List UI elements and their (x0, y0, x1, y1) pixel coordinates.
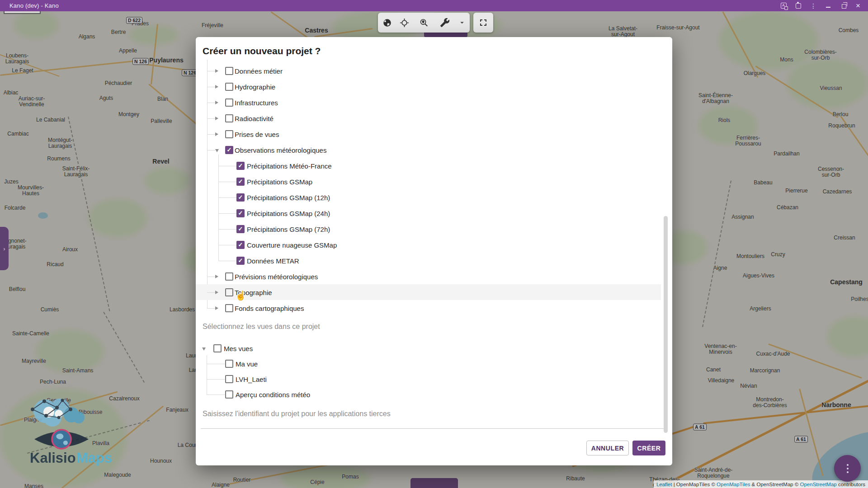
extensions-icon[interactable] (795, 2, 802, 9)
tree-item[interactable]: Données métier (196, 63, 661, 79)
tree-item[interactable]: ✓Précipitations Météo-France (196, 158, 661, 174)
side-panel-handle[interactable]: › (0, 227, 9, 270)
expand-arrow-icon[interactable] (215, 69, 218, 73)
tree-item[interactable]: Ma vue (196, 356, 661, 371)
crosshair-icon[interactable] (395, 13, 413, 33)
tree-item-label: Aperçu conditions météo (236, 391, 310, 399)
tree-item-label: Fonds cartographiques (235, 304, 304, 312)
minimize-button[interactable] (825, 2, 832, 9)
tree-item[interactable]: ✓Observations météorologiques (196, 142, 661, 158)
tree-item[interactable]: Aperçu conditions météo (196, 387, 661, 402)
expand-arrow-icon[interactable] (215, 275, 218, 278)
checkbox[interactable]: ✓ (236, 241, 245, 249)
tree-item[interactable]: Mes vues (196, 341, 661, 356)
expand-arrow-icon[interactable] (215, 101, 218, 104)
chevron-down-icon[interactable] (456, 13, 468, 33)
fab-menu-button[interactable] (834, 455, 861, 482)
checkbox[interactable] (225, 304, 233, 312)
layers-tree: Données métierHydrographieInfrastructure… (196, 63, 661, 316)
tree-item[interactable]: Prises de vues (196, 126, 661, 142)
dialog-scrollbar[interactable] (664, 216, 668, 433)
tree-connector (207, 308, 215, 309)
translate-icon[interactable]: A (780, 2, 787, 9)
tree-item[interactable]: ✓Données METAR (196, 253, 661, 268)
tree-item-label: Hydrographie (235, 83, 275, 90)
checkbox[interactable] (225, 83, 233, 91)
tree-connector (207, 134, 215, 135)
tree-item[interactable]: Topographie (196, 284, 661, 300)
collapse-arrow-icon[interactable] (215, 149, 219, 152)
tree-connector (207, 71, 215, 71)
tree-item-label: Précipitations GSMap (12h) (247, 193, 330, 201)
close-button[interactable]: × (854, 2, 862, 9)
tools-wrench-icon[interactable] (434, 13, 456, 33)
checkbox[interactable] (225, 375, 233, 383)
window-title: Kano (dev) - Kano (9, 2, 59, 9)
expand-arrow-icon[interactable] (215, 85, 218, 89)
tree-item[interactable]: Radioactivité (196, 110, 661, 126)
globe-icon[interactable] (379, 13, 395, 33)
attribution-link[interactable]: Leaflet (656, 482, 672, 487)
expand-arrow-icon[interactable] (215, 132, 218, 136)
checkbox[interactable] (225, 67, 233, 75)
tree-connector (218, 245, 236, 245)
tree-item[interactable]: Prévisions météorologiques (196, 268, 661, 284)
tree-item[interactable]: ✓Précipitations GSMap (12h) (196, 189, 661, 205)
expand-arrow-icon[interactable] (215, 291, 218, 294)
browser-menu-icon[interactable]: ⋮ (810, 2, 817, 9)
checkbox[interactable] (225, 114, 233, 122)
tree-item[interactable]: Hydrographie (196, 79, 661, 94)
tree-item[interactable]: ✓Précipitations GSMap (72h) (196, 221, 661, 237)
checkbox[interactable] (225, 130, 233, 138)
views-section-label: Sélectionnez les vues dans ce projet (203, 323, 320, 331)
tree-connector (207, 364, 225, 364)
dots-vertical-icon (847, 464, 849, 466)
tree-connector (207, 277, 215, 277)
tree-connector (207, 394, 225, 395)
search-location-icon[interactable] (413, 13, 434, 33)
attribution-link[interactable]: OpenMapTiles (717, 482, 750, 487)
tree-item[interactable]: ✓Précipitations GSMap (196, 174, 661, 189)
project-id-input[interactable] (201, 414, 666, 429)
tree-connector (218, 182, 236, 182)
checkbox[interactable]: ✓ (236, 178, 245, 186)
attribution-text: & OpenStreetMap © (750, 482, 800, 487)
tree-item[interactable]: Infrastructures (196, 94, 661, 110)
checkbox[interactable]: ✓ (236, 225, 245, 233)
expand-arrow-icon[interactable] (215, 306, 218, 310)
tree-connector (218, 213, 236, 214)
tree-item-label: Prévisions météorologiques (235, 272, 318, 280)
checkbox[interactable] (213, 344, 222, 352)
checkbox[interactable] (225, 288, 233, 296)
collapse-arrow-icon[interactable] (202, 347, 206, 351)
attribution-link[interactable]: OpenStreetMap (800, 482, 837, 487)
expand-arrow-icon[interactable] (215, 117, 218, 120)
restore-button[interactable] (840, 2, 847, 9)
logo-text-kalisio: Kalisio (30, 450, 76, 466)
create-button[interactable]: CRÉER (632, 441, 665, 455)
checkbox[interactable]: ✓ (225, 146, 233, 154)
checkbox[interactable]: ✓ (236, 257, 245, 265)
logo-eye (34, 430, 89, 449)
map-attribution: Leaflet | OpenMapTiles © OpenMapTiles & … (654, 480, 868, 488)
tree-item[interactable]: ✓Précipitations GSMap (24h) (196, 205, 661, 221)
checkbox[interactable] (225, 390, 233, 399)
checkbox[interactable]: ✓ (236, 193, 245, 202)
fullscreen-icon (473, 13, 493, 33)
tree-item[interactable]: ✓Couverture nuageuse GSMap (196, 237, 661, 253)
checkbox[interactable] (225, 360, 233, 368)
checkbox[interactable]: ✓ (236, 209, 245, 217)
cancel-button[interactable]: ANNULER (586, 441, 629, 455)
checkbox[interactable] (225, 272, 233, 281)
tree-item-label: Précipitations GSMap (72h) (247, 225, 330, 233)
tree-connector (218, 197, 236, 198)
dialog-title: Créer un nouveau projet ? (203, 46, 321, 56)
fullscreen-button[interactable] (473, 13, 493, 33)
checkbox[interactable] (225, 99, 233, 107)
checkbox[interactable]: ✓ (236, 162, 245, 170)
tree-connector (207, 118, 215, 119)
logo-cloud (31, 399, 85, 427)
tree-item[interactable]: Fonds cartographiques (196, 300, 661, 316)
tree-item[interactable]: LVH_Laeti (196, 371, 661, 387)
tree-connector (207, 87, 215, 87)
